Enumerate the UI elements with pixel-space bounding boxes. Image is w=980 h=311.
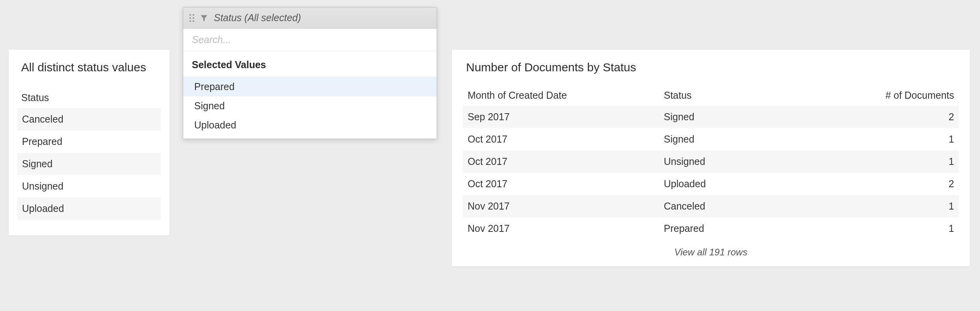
- list-item[interactable]: Signed: [17, 153, 161, 175]
- cell-month: Nov 2017: [468, 201, 664, 212]
- documents-table: Month of Created Date Status # of Docume…: [463, 90, 959, 240]
- cell-count: 1: [883, 156, 954, 167]
- distinct-values-panel: All distinct status values Status Cancel…: [9, 50, 169, 235]
- filter-options: Prepared Signed Uploaded: [183, 77, 437, 139]
- cell-status: Signed: [664, 111, 883, 123]
- filter-header-label: Status (All selected): [214, 12, 301, 24]
- filter-option[interactable]: Signed: [183, 96, 437, 116]
- list-item[interactable]: Unsigned: [17, 175, 161, 197]
- panel-title: All distinct status values: [17, 61, 161, 74]
- status-list: Canceled Prepared Signed Unsigned Upload…: [17, 108, 161, 220]
- cell-count: 1: [883, 223, 954, 234]
- cell-status: Unsigned: [664, 156, 883, 167]
- table-header-row: Month of Created Date Status # of Docume…: [463, 90, 959, 106]
- funnel-icon: [200, 14, 208, 22]
- col-header-month[interactable]: Month of Created Date: [468, 90, 664, 101]
- table-row[interactable]: Oct 2017 Signed 1: [463, 128, 959, 150]
- cell-status: Prepared: [664, 223, 883, 234]
- table-row[interactable]: Nov 2017 Prepared 1: [463, 217, 959, 240]
- cell-status: Signed: [664, 134, 883, 145]
- filter-search-wrap: [183, 29, 437, 51]
- cell-status: Uploaded: [664, 178, 883, 190]
- cell-count: 2: [883, 111, 954, 123]
- selected-values-heading: Selected Values: [183, 51, 437, 77]
- table-row[interactable]: Sep 2017 Signed 2: [463, 106, 959, 128]
- table-row[interactable]: Oct 2017 Unsigned 1: [463, 150, 959, 173]
- cell-month: Sep 2017: [468, 111, 664, 123]
- cell-month: Oct 2017: [468, 134, 664, 145]
- list-header-status: Status: [17, 92, 161, 108]
- status-filter-popover: Status (All selected) Selected Values Pr…: [183, 7, 437, 139]
- panel-title: Number of Documents by Status: [463, 61, 959, 74]
- filter-option[interactable]: Uploaded: [183, 116, 437, 135]
- cell-count: 2: [883, 178, 954, 190]
- col-header-count[interactable]: # of Documents: [883, 90, 954, 101]
- table-row[interactable]: Oct 2017 Uploaded 2: [463, 173, 959, 195]
- cell-month: Nov 2017: [468, 223, 664, 234]
- view-all-rows-link[interactable]: View all 191 rows: [463, 240, 959, 258]
- filter-search-input[interactable]: [192, 34, 428, 45]
- filter-header[interactable]: Status (All selected): [183, 7, 437, 29]
- filter-option[interactable]: Prepared: [183, 77, 437, 96]
- cell-count: 1: [883, 134, 954, 145]
- cell-month: Oct 2017: [468, 156, 664, 167]
- list-item[interactable]: Prepared: [17, 130, 161, 153]
- documents-by-status-panel: Number of Documents by Status Month of C…: [452, 50, 970, 266]
- col-header-status[interactable]: Status: [664, 90, 883, 101]
- cell-status: Canceled: [664, 201, 883, 212]
- list-item[interactable]: Canceled: [17, 108, 161, 130]
- table-row[interactable]: Nov 2017 Canceled 1: [463, 195, 959, 217]
- cell-count: 1: [883, 201, 954, 212]
- drag-handle-icon[interactable]: [189, 14, 194, 22]
- list-item[interactable]: Uploaded: [17, 197, 161, 220]
- cell-month: Oct 2017: [468, 178, 664, 190]
